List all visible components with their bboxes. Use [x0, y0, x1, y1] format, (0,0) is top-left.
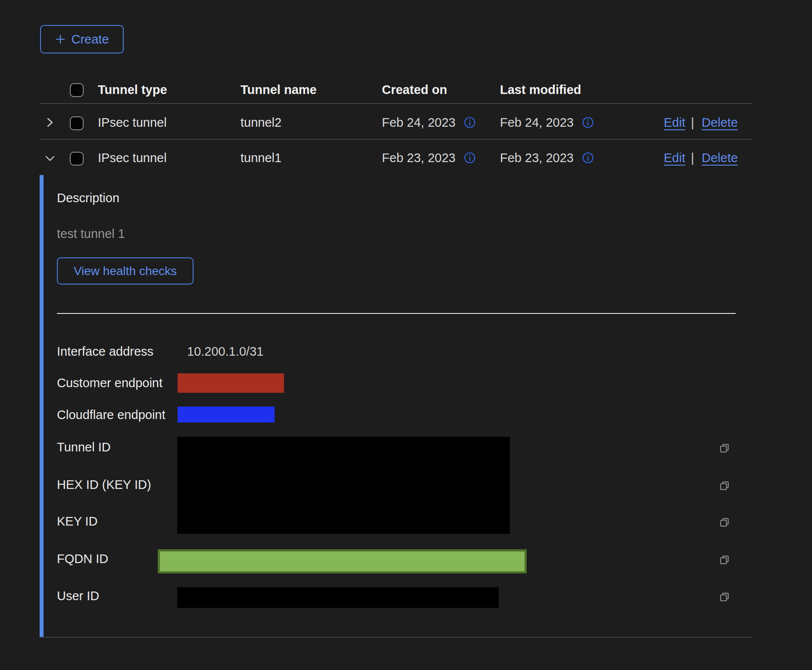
description-value: test tunnel 1	[57, 227, 125, 241]
cloudflare-endpoint-label: Cloudflare endpoint	[57, 408, 166, 422]
tunnel-type-cell: IPsec tunnel	[98, 151, 167, 165]
create-button[interactable]: Create	[40, 25, 124, 53]
create-button-label: Create	[71, 32, 109, 47]
fqdn-id-redacted-value	[158, 549, 527, 573]
copy-icon[interactable]	[718, 441, 731, 454]
actions-separator: |	[691, 116, 694, 130]
actions-separator: |	[691, 151, 694, 165]
tunnel-name-cell: tunnel2	[240, 116, 281, 129]
select-all-checkbox[interactable]	[70, 83, 84, 97]
column-header-tunnel-name: Tunnel name	[240, 83, 317, 97]
copy-icon[interactable]	[718, 516, 731, 529]
row-checkbox-tunnel2[interactable]	[70, 116, 84, 130]
customer-endpoint-redacted-value	[178, 373, 284, 393]
chevron-down-icon[interactable]	[44, 152, 56, 165]
column-header-tunnel-type: Tunnel type	[98, 83, 167, 97]
fqdn-id-label: FQDN ID	[57, 552, 108, 566]
info-icon[interactable]	[464, 152, 476, 164]
hex-id-label: HEX ID (KEY ID)	[57, 478, 151, 492]
info-icon[interactable]	[582, 152, 594, 164]
plus-icon	[55, 34, 66, 45]
table-bottom-divider	[40, 637, 753, 638]
delete-link-tunnel2[interactable]: Delete	[702, 116, 738, 130]
copy-icon[interactable]	[718, 553, 731, 566]
edit-link-tunnel2[interactable]: Edit	[664, 116, 685, 130]
tunnel-name-cell: tunnel1	[240, 151, 281, 165]
ipsec-tunnels-page: Create Tunnel type Tunnel name Created o…	[0, 0, 812, 670]
created-on-cell: Feb 23, 2023	[382, 151, 456, 165]
copy-icon[interactable]	[718, 479, 731, 492]
column-header-created-on: Created on	[382, 83, 447, 97]
view-health-checks-button[interactable]: View health checks	[57, 257, 194, 285]
expanded-row-accent-bar	[40, 175, 44, 637]
tunnel-id-label: Tunnel ID	[57, 440, 111, 454]
key-id-label: KEY ID	[57, 514, 98, 529]
info-icon[interactable]	[582, 116, 594, 128]
edit-link-tunnel1[interactable]: Edit	[664, 151, 685, 165]
created-on-cell: Feb 24, 2023	[382, 116, 456, 129]
ids-redacted-value	[177, 437, 510, 534]
last-modified-cell: Feb 23, 2023	[500, 151, 574, 165]
info-icon[interactable]	[464, 116, 476, 128]
interface-address-value: 10.200.1.0/31	[187, 344, 263, 359]
detail-divider	[57, 313, 736, 314]
chevron-right-icon[interactable]	[44, 116, 56, 129]
user-id-label: User ID	[57, 589, 99, 603]
tunnel-type-cell: IPsec tunnel	[98, 116, 167, 129]
delete-link-tunnel1[interactable]: Delete	[702, 151, 738, 165]
header-divider	[40, 103, 752, 104]
copy-icon[interactable]	[718, 590, 731, 603]
customer-endpoint-label: Customer endpoint	[57, 376, 162, 390]
row-divider	[40, 139, 752, 140]
interface-address-label: Interface address	[57, 344, 153, 359]
last-modified-cell: Feb 24, 2023	[500, 116, 574, 129]
row-checkbox-tunnel1[interactable]	[70, 152, 84, 166]
description-label: Description	[57, 191, 119, 205]
cloudflare-endpoint-redacted-value	[178, 407, 275, 423]
column-header-last-modified: Last modified	[500, 83, 581, 97]
user-id-redacted-value	[177, 587, 499, 608]
